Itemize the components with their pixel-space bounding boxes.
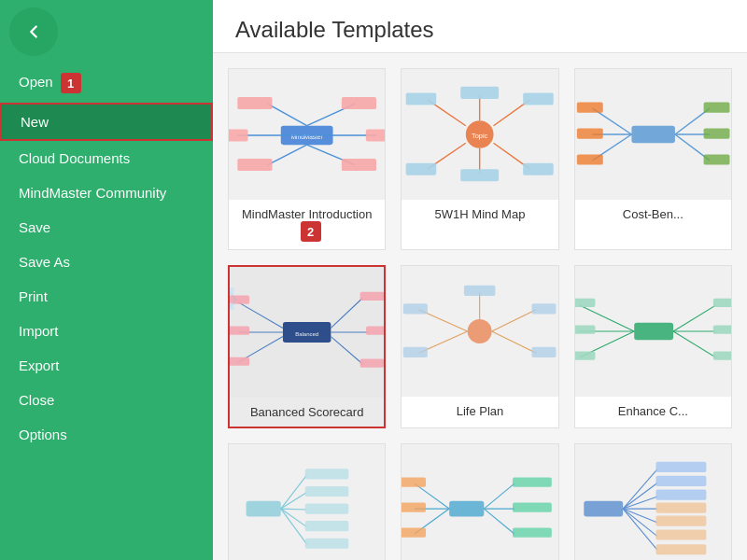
- main-header: Available Templates: [213, 0, 747, 53]
- svg-line-43: [238, 302, 283, 329]
- open-badge: 1: [61, 73, 81, 93]
- svg-rect-50: [360, 292, 385, 301]
- community-label: MindMaster Community: [19, 185, 166, 201]
- template-thumbnail-7: [229, 444, 385, 560]
- svg-rect-3: [237, 97, 272, 109]
- svg-rect-74: [575, 325, 595, 333]
- svg-rect-87: [305, 486, 348, 497]
- svg-rect-115: [655, 503, 706, 513]
- svg-rect-94: [449, 501, 484, 517]
- svg-line-88: [281, 509, 307, 510]
- svg-rect-17: [406, 92, 437, 105]
- new-label: New: [21, 114, 49, 130]
- template-thumbnail-cost-ben: [575, 69, 731, 200]
- sidebar-item-community[interactable]: MindMaster Community: [0, 175, 213, 210]
- svg-line-84: [281, 475, 307, 509]
- template-card-7[interactable]: [228, 443, 386, 560]
- sidebar-item-close[interactable]: Close: [0, 383, 213, 417]
- back-arrow-icon: [23, 21, 44, 42]
- template-card-mindmaster-intro[interactable]: MindMaster: [228, 68, 386, 250]
- template-thumbnail-life-plan: [402, 266, 557, 397]
- svg-rect-19: [406, 163, 437, 175]
- svg-rect-25: [461, 87, 500, 99]
- svg-line-101: [485, 483, 515, 509]
- export-label: Export: [19, 357, 59, 373]
- svg-line-77: [673, 305, 716, 331]
- svg-rect-119: [655, 529, 706, 539]
- page-title: Available Templates: [235, 17, 725, 43]
- svg-rect-38: [703, 128, 729, 138]
- svg-rect-109: [655, 462, 706, 472]
- svg-line-6: [268, 145, 307, 164]
- svg-rect-70: [634, 323, 673, 341]
- svg-line-66: [492, 331, 536, 353]
- svg-line-49: [331, 298, 362, 328]
- svg-rect-100: [402, 528, 426, 538]
- svg-rect-36: [703, 103, 729, 113]
- svg-line-110: [623, 483, 657, 509]
- svg-rect-56: [230, 287, 234, 294]
- template-card-5w1h[interactable]: Topic: [401, 68, 558, 250]
- template-label-cost-ben: Cost-Ben...: [619, 200, 687, 229]
- svg-line-105: [485, 509, 515, 534]
- template-thumbnail-5w1h: Topic: [402, 69, 557, 200]
- template-label-5w1h: 5W1H Mind Map: [431, 200, 529, 229]
- svg-rect-80: [712, 325, 731, 333]
- template-card-8[interactable]: [401, 443, 558, 560]
- mindmap-svg-cost-ben: [575, 69, 731, 200]
- svg-rect-30: [577, 103, 603, 113]
- svg-rect-107: [584, 501, 623, 517]
- svg-rect-72: [575, 299, 595, 307]
- svg-rect-48: [230, 357, 249, 366]
- sidebar-item-print[interactable]: Print: [0, 279, 213, 314]
- svg-line-120: [623, 509, 657, 551]
- svg-rect-102: [513, 478, 552, 487]
- cloud-label: Cloud Documents: [19, 150, 130, 166]
- options-label: Options: [19, 427, 67, 442]
- svg-rect-104: [513, 503, 552, 512]
- svg-rect-63: [403, 347, 428, 357]
- sidebar-item-open[interactable]: Open1: [0, 63, 213, 103]
- template-label-mindmaster-intro: MindMaster Introduction2: [229, 200, 385, 249]
- sidebar-item-export[interactable]: Export: [0, 348, 213, 383]
- svg-text:Topic: Topic: [472, 132, 488, 140]
- main-content: Available Templates MindMaster: [213, 0, 747, 560]
- svg-line-53: [331, 337, 362, 364]
- svg-rect-54: [360, 358, 385, 367]
- template-card-life-plan[interactable]: Life Plan: [401, 265, 558, 428]
- svg-rect-89: [305, 503, 348, 513]
- svg-line-90: [281, 509, 307, 527]
- import-label: Import: [19, 323, 59, 339]
- svg-rect-85: [305, 469, 348, 479]
- svg-rect-98: [402, 503, 426, 512]
- sidebar-item-save[interactable]: Save: [0, 210, 213, 245]
- svg-rect-5: [342, 97, 376, 109]
- svg-rect-78: [712, 299, 731, 307]
- save-as-label: Save As: [19, 254, 70, 270]
- svg-text:Balanced: Balanced: [295, 331, 318, 337]
- templates-grid-wrapper: MindMaster: [213, 53, 747, 560]
- sidebar-item-new[interactable]: New: [0, 103, 213, 141]
- template-thumbnail-8: [402, 444, 557, 560]
- template-card-cost-ben[interactable]: Cost-Ben...: [574, 68, 732, 250]
- svg-rect-28: [631, 126, 674, 144]
- mindmap-svg-mindmaster: MindMaster: [229, 69, 385, 200]
- sidebar-item-cloud[interactable]: Cloud Documents: [0, 141, 213, 175]
- template-card-9[interactable]: [574, 443, 732, 560]
- svg-rect-13: [366, 129, 385, 141]
- sidebar-item-options[interactable]: Options: [0, 417, 213, 452]
- mindmap-svg-life-plan: [402, 266, 557, 397]
- template-thumbnail-enhance-c: [575, 266, 731, 397]
- mindmap-svg-9: [575, 444, 731, 560]
- svg-point-59: [468, 319, 492, 343]
- template-card-enhance-c[interactable]: Enhance C...: [574, 265, 732, 428]
- sidebar-item-save-as[interactable]: Save As: [0, 245, 213, 279]
- template-card-bananced-scorecard[interactable]: Balanced: [228, 265, 386, 428]
- svg-rect-76: [575, 351, 595, 359]
- svg-rect-65: [532, 303, 557, 314]
- sidebar-menu: Open1 New Cloud Documents MindMaster Com…: [0, 63, 213, 452]
- sidebar-item-import[interactable]: Import: [0, 314, 213, 348]
- svg-rect-93: [305, 539, 348, 549]
- svg-rect-69: [464, 286, 495, 296]
- back-button[interactable]: [9, 7, 58, 56]
